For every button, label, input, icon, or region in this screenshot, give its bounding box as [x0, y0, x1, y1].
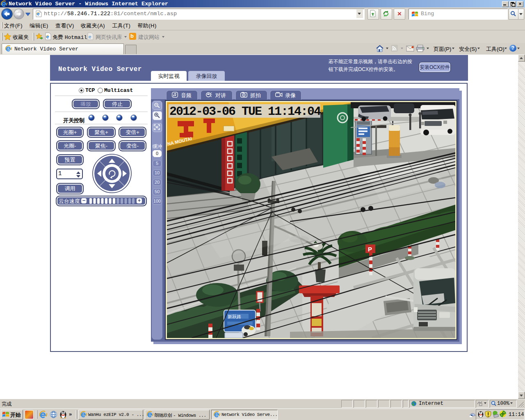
svg-text:P: P	[368, 246, 372, 253]
svg-text:新跃路: 新跃路	[228, 314, 241, 319]
